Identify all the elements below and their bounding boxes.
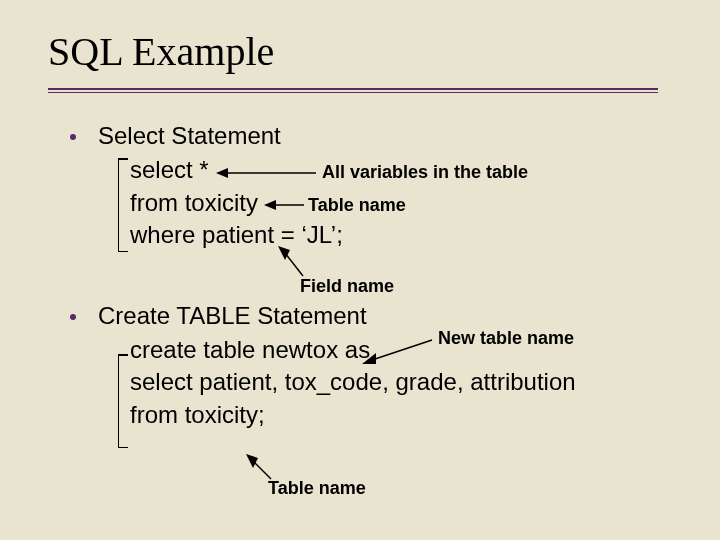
svg-line-8 bbox=[253, 461, 271, 479]
page-title: SQL Example bbox=[48, 28, 274, 75]
bullet-marker bbox=[70, 314, 76, 320]
arrow-all-variables bbox=[216, 166, 316, 180]
svg-marker-3 bbox=[264, 200, 276, 210]
bullet-2-head: Create TABLE Statement bbox=[98, 300, 367, 332]
arrow-table-name-1 bbox=[264, 198, 304, 212]
svg-marker-9 bbox=[246, 454, 258, 468]
annotation-all-variables: All variables in the table bbox=[322, 162, 528, 183]
bullet-1-line3: where patient = ‘JL’; bbox=[130, 219, 680, 251]
bullet-1: Select Statement bbox=[70, 120, 680, 152]
annotation-new-table-name: New table name bbox=[438, 328, 574, 349]
bracket-1 bbox=[118, 158, 119, 252]
svg-line-4 bbox=[285, 253, 303, 276]
svg-marker-1 bbox=[216, 168, 228, 178]
annotation-table-name-1: Table name bbox=[308, 195, 406, 216]
title-rule-top bbox=[48, 88, 658, 90]
arrow-field-name bbox=[278, 246, 308, 280]
svg-line-6 bbox=[372, 340, 432, 360]
annotation-table-name-2: Table name bbox=[268, 478, 366, 499]
bracket-2 bbox=[118, 354, 119, 448]
arrow-table-name-2 bbox=[246, 454, 276, 484]
bullet-2-line3: from toxicity; bbox=[130, 399, 680, 431]
bullet-2-line2: select patient, tox_code, grade, attribu… bbox=[130, 366, 680, 398]
arrow-new-table-name bbox=[362, 338, 434, 366]
bullet-2: Create TABLE Statement bbox=[70, 300, 680, 332]
svg-marker-7 bbox=[362, 353, 376, 364]
bullet-1-head: Select Statement bbox=[98, 120, 281, 152]
bullet-marker bbox=[70, 134, 76, 140]
annotation-field-name: Field name bbox=[300, 276, 394, 297]
title-rule-bot bbox=[48, 92, 658, 93]
